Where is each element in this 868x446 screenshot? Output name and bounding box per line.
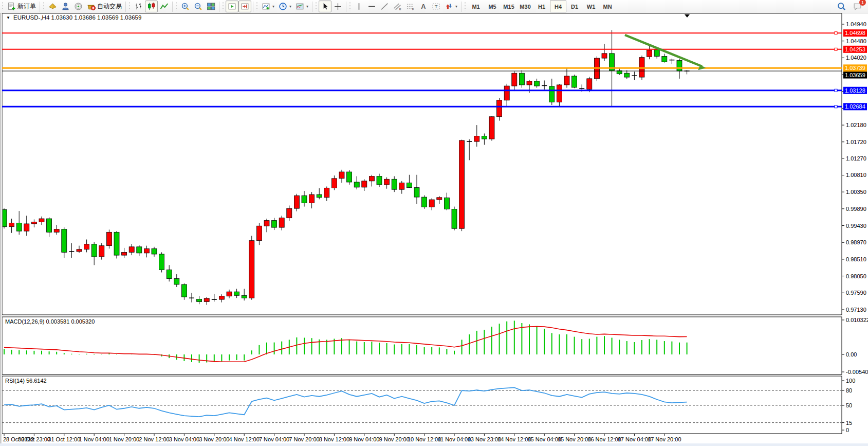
candle-body — [572, 76, 577, 87]
cursor-button[interactable] — [319, 1, 331, 12]
toolbar-separator — [40, 2, 40, 12]
date-tick-label: 3 Nov 04:00 — [169, 436, 199, 442]
candle-body — [99, 246, 104, 257]
auto-scroll-button[interactable] — [226, 1, 238, 12]
group-drag-handle — [256, 2, 258, 11]
date-tick-label: 4 Nov 12:00 — [229, 436, 260, 442]
rsi-tick-label: 80 — [846, 387, 852, 394]
candle-body — [414, 188, 419, 197]
toolbar-separator — [461, 2, 461, 12]
window-bottom-strip — [0, 443, 868, 446]
horizontal-line-button[interactable] — [365, 1, 378, 12]
chart-shift-button[interactable] — [238, 1, 251, 12]
label-icon: T — [432, 2, 440, 11]
price-tick-label: 0.98510 — [846, 256, 866, 262]
candle-body — [677, 60, 682, 71]
chart-window[interactable]: ▼EURUSD-,H4 1.03630 1.03686 1.03569 1.03… — [0, 13, 868, 446]
search-button[interactable] — [835, 1, 848, 12]
bar-chart-mode-button[interactable] — [132, 1, 145, 12]
toolbar-separator — [125, 2, 126, 12]
timeframe-m1-button[interactable]: M1 — [468, 1, 484, 12]
candle-body — [9, 223, 14, 227]
candle-body — [557, 85, 562, 102]
svg-text:A: A — [421, 3, 426, 10]
date-tick-label: 17 Nov 20:00 — [648, 436, 681, 442]
toolbar-separator — [253, 2, 253, 12]
zoom-out-button[interactable] — [192, 1, 205, 12]
group-drag-handle — [315, 2, 318, 11]
timeframe-group: M1M5M15M30H1H4D1W1MN — [463, 0, 616, 13]
templates-button[interactable]: ▾ — [293, 1, 310, 12]
auto-trading-button[interactable]: 自动交易 — [85, 1, 124, 12]
periods-icon — [279, 2, 287, 11]
date-tick-label: 17 Nov 04:00 — [618, 436, 651, 442]
search-icon — [837, 2, 846, 11]
vertical-line-button[interactable] — [353, 1, 365, 12]
toolbar-group: 新订单 — [0, 0, 39, 13]
price-tick-label: 0.99890 — [846, 206, 866, 212]
trendline-button[interactable] — [378, 1, 391, 12]
indicators-button[interactable]: ▾ — [260, 1, 276, 12]
signals-button[interactable] — [72, 1, 85, 12]
candlestick-mode-button[interactable] — [145, 1, 158, 12]
candle-body — [114, 232, 119, 255]
timeframe-d1-button[interactable]: D1 — [566, 1, 583, 12]
text-label-button[interactable]: T — [430, 1, 442, 12]
chevron-down-icon: ▾ — [272, 4, 274, 9]
date-tick-label: 1 Nov 04:00 — [79, 436, 109, 442]
toolbar-group: ▾▾▾ — [254, 0, 311, 13]
price-level-badge-label: 1.03128 — [845, 87, 865, 94]
candle-body — [437, 198, 442, 200]
candle-body — [662, 57, 667, 62]
candle-body — [519, 73, 524, 85]
navigator-button[interactable] — [59, 1, 72, 12]
notifications-button[interactable]: 1 — [851, 1, 864, 12]
date-tick-label: 11 Nov 04:00 — [438, 436, 471, 442]
candle-body — [24, 224, 29, 231]
fibo-icon: F — [406, 2, 415, 11]
candle-body — [264, 221, 269, 226]
collapse-icon: ▼ — [6, 15, 10, 20]
candle-body — [624, 73, 630, 77]
rsi-tick-label: 50 — [846, 402, 852, 408]
tile-windows-button[interactable] — [205, 1, 217, 12]
timeframe-w1-button[interactable]: W1 — [583, 1, 599, 12]
timeframe-m30-button[interactable]: M30 — [517, 1, 533, 12]
candle-body — [377, 176, 382, 185]
date-tick-label: 30 Oct 23:00 — [18, 436, 50, 442]
candle-body — [77, 249, 82, 252]
arrow-objects-button[interactable]: ▾ — [442, 1, 459, 12]
candle-body — [489, 117, 494, 139]
auto-trading-label: 自动交易 — [97, 2, 122, 11]
candle-body — [354, 182, 359, 187]
candle-body — [422, 197, 427, 207]
candle-body — [106, 232, 112, 245]
timeframe-m15-button[interactable]: M15 — [501, 1, 517, 12]
group-drag-handle — [464, 2, 467, 11]
fibonacci-retracement-button[interactable]: F — [404, 1, 417, 12]
timeframe-h4-button[interactable]: H4 — [550, 1, 566, 12]
market-watch-button[interactable] — [46, 1, 59, 12]
line-chart-mode-button[interactable] — [158, 1, 171, 12]
candle-body — [392, 179, 397, 189]
candle-body — [482, 136, 487, 139]
text-button[interactable]: A — [417, 1, 430, 12]
group-drag-handle — [349, 2, 352, 11]
periods-button[interactable]: ▾ — [276, 1, 293, 12]
crosshair-button[interactable] — [331, 1, 344, 12]
chart-canvas[interactable]: ▼EURUSD-,H4 1.03630 1.03686 1.03569 1.03… — [0, 13, 868, 446]
price-tick-label: 1.01270 — [846, 155, 866, 162]
macd-label: MACD(12,26,9) 0.003581 0.005320 — [5, 318, 95, 325]
timeframe-mn-button[interactable]: MN — [599, 1, 616, 12]
toolbar-group — [220, 0, 252, 13]
candle-body — [347, 172, 352, 182]
zoom-in-button[interactable] — [179, 1, 192, 12]
timeframe-h1-button[interactable]: H1 — [533, 1, 550, 12]
new-order-button[interactable]: 新订单 — [5, 1, 38, 12]
timeframe-m5-button[interactable]: M5 — [484, 1, 501, 12]
equidistant-channel-button[interactable]: E — [391, 1, 404, 12]
date-tick-label: 2 Nov 12:00 — [139, 436, 169, 442]
candle-body — [512, 73, 517, 86]
zoomout-icon — [194, 2, 202, 11]
candle-body — [219, 296, 224, 299]
